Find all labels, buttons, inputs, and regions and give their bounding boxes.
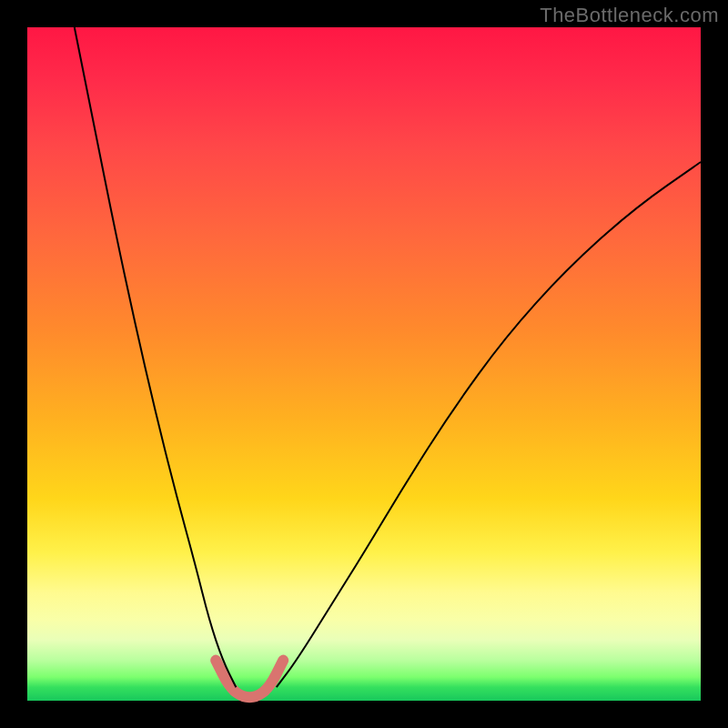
bottleneck-curve-svg	[27, 27, 701, 701]
plot-area	[27, 27, 701, 701]
chart-frame: TheBottleneck.com	[0, 0, 728, 728]
bottleneck-curve-left	[75, 27, 237, 687]
watermark-text: TheBottleneck.com	[540, 4, 719, 27]
bottleneck-curve-right	[277, 162, 701, 687]
